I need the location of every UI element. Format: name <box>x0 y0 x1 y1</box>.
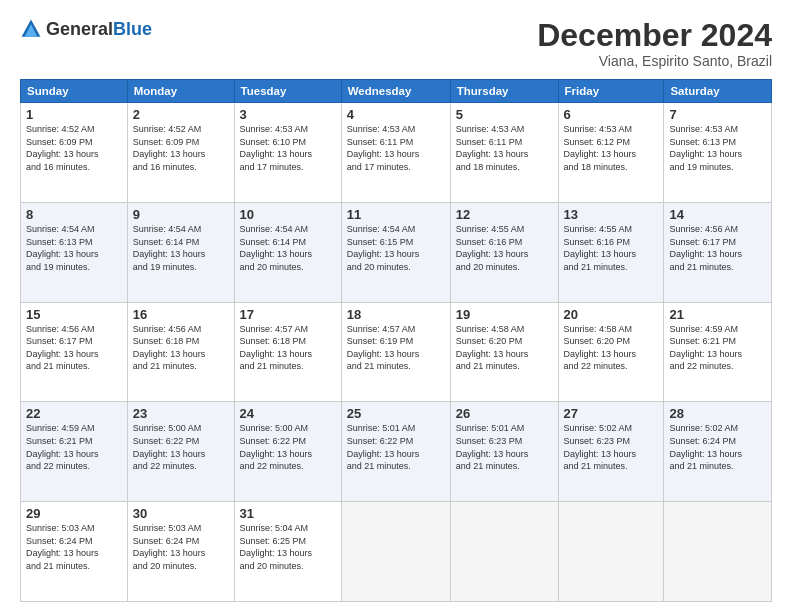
day-number: 1 <box>26 107 122 122</box>
day-number: 27 <box>564 406 659 421</box>
day-number: 24 <box>240 406 336 421</box>
table-row: 1Sunrise: 4:52 AM Sunset: 6:09 PM Daylig… <box>21 103 128 203</box>
day-info: Sunrise: 4:58 AM Sunset: 6:20 PM Dayligh… <box>564 323 659 373</box>
table-row: 17Sunrise: 4:57 AM Sunset: 6:18 PM Dayli… <box>234 302 341 402</box>
table-row: 10Sunrise: 4:54 AM Sunset: 6:14 PM Dayli… <box>234 202 341 302</box>
day-info: Sunrise: 4:55 AM Sunset: 6:16 PM Dayligh… <box>456 223 553 273</box>
day-number: 21 <box>669 307 766 322</box>
day-number: 31 <box>240 506 336 521</box>
table-row: 18Sunrise: 4:57 AM Sunset: 6:19 PM Dayli… <box>341 302 450 402</box>
day-info: Sunrise: 5:03 AM Sunset: 6:24 PM Dayligh… <box>133 522 229 572</box>
table-row: 27Sunrise: 5:02 AM Sunset: 6:23 PM Dayli… <box>558 402 664 502</box>
day-number: 18 <box>347 307 445 322</box>
month-title: December 2024 <box>537 18 772 53</box>
day-number: 23 <box>133 406 229 421</box>
day-number: 13 <box>564 207 659 222</box>
table-row: 19Sunrise: 4:58 AM Sunset: 6:20 PM Dayli… <box>450 302 558 402</box>
table-row <box>558 502 664 602</box>
day-info: Sunrise: 4:53 AM Sunset: 6:10 PM Dayligh… <box>240 123 336 173</box>
table-row: 7Sunrise: 4:53 AM Sunset: 6:13 PM Daylig… <box>664 103 772 203</box>
table-row: 23Sunrise: 5:00 AM Sunset: 6:22 PM Dayli… <box>127 402 234 502</box>
day-number: 20 <box>564 307 659 322</box>
table-row: 12Sunrise: 4:55 AM Sunset: 6:16 PM Dayli… <box>450 202 558 302</box>
table-row: 5Sunrise: 4:53 AM Sunset: 6:11 PM Daylig… <box>450 103 558 203</box>
day-number: 28 <box>669 406 766 421</box>
day-info: Sunrise: 4:53 AM Sunset: 6:13 PM Dayligh… <box>669 123 766 173</box>
col-wednesday: Wednesday <box>341 80 450 103</box>
header-row: Sunday Monday Tuesday Wednesday Thursday… <box>21 80 772 103</box>
table-row: 28Sunrise: 5:02 AM Sunset: 6:24 PM Dayli… <box>664 402 772 502</box>
table-row: 13Sunrise: 4:55 AM Sunset: 6:16 PM Dayli… <box>558 202 664 302</box>
day-info: Sunrise: 4:54 AM Sunset: 6:15 PM Dayligh… <box>347 223 445 273</box>
day-number: 7 <box>669 107 766 122</box>
location: Viana, Espirito Santo, Brazil <box>537 53 772 69</box>
col-monday: Monday <box>127 80 234 103</box>
calendar-table: Sunday Monday Tuesday Wednesday Thursday… <box>20 79 772 602</box>
table-row: 15Sunrise: 4:56 AM Sunset: 6:17 PM Dayli… <box>21 302 128 402</box>
day-number: 17 <box>240 307 336 322</box>
calendar-row: 29Sunrise: 5:03 AM Sunset: 6:24 PM Dayli… <box>21 502 772 602</box>
day-info: Sunrise: 4:57 AM Sunset: 6:18 PM Dayligh… <box>240 323 336 373</box>
calendar-row: 1Sunrise: 4:52 AM Sunset: 6:09 PM Daylig… <box>21 103 772 203</box>
day-number: 2 <box>133 107 229 122</box>
day-info: Sunrise: 5:01 AM Sunset: 6:22 PM Dayligh… <box>347 422 445 472</box>
day-number: 12 <box>456 207 553 222</box>
day-info: Sunrise: 4:55 AM Sunset: 6:16 PM Dayligh… <box>564 223 659 273</box>
table-row: 14Sunrise: 4:56 AM Sunset: 6:17 PM Dayli… <box>664 202 772 302</box>
table-row: 25Sunrise: 5:01 AM Sunset: 6:22 PM Dayli… <box>341 402 450 502</box>
table-row: 2Sunrise: 4:52 AM Sunset: 6:09 PM Daylig… <box>127 103 234 203</box>
table-row: 6Sunrise: 4:53 AM Sunset: 6:12 PM Daylig… <box>558 103 664 203</box>
table-row <box>450 502 558 602</box>
logo-general: General <box>46 19 113 39</box>
day-info: Sunrise: 4:54 AM Sunset: 6:14 PM Dayligh… <box>240 223 336 273</box>
table-row: 3Sunrise: 4:53 AM Sunset: 6:10 PM Daylig… <box>234 103 341 203</box>
day-number: 26 <box>456 406 553 421</box>
day-number: 16 <box>133 307 229 322</box>
logo-blue: Blue <box>113 19 152 39</box>
table-row: 30Sunrise: 5:03 AM Sunset: 6:24 PM Dayli… <box>127 502 234 602</box>
day-info: Sunrise: 5:03 AM Sunset: 6:24 PM Dayligh… <box>26 522 122 572</box>
table-row: 8Sunrise: 4:54 AM Sunset: 6:13 PM Daylig… <box>21 202 128 302</box>
day-info: Sunrise: 5:00 AM Sunset: 6:22 PM Dayligh… <box>133 422 229 472</box>
col-thursday: Thursday <box>450 80 558 103</box>
day-number: 6 <box>564 107 659 122</box>
day-info: Sunrise: 4:56 AM Sunset: 6:17 PM Dayligh… <box>26 323 122 373</box>
table-row: 9Sunrise: 4:54 AM Sunset: 6:14 PM Daylig… <box>127 202 234 302</box>
day-info: Sunrise: 4:54 AM Sunset: 6:13 PM Dayligh… <box>26 223 122 273</box>
table-row: 21Sunrise: 4:59 AM Sunset: 6:21 PM Dayli… <box>664 302 772 402</box>
day-number: 30 <box>133 506 229 521</box>
day-number: 9 <box>133 207 229 222</box>
day-info: Sunrise: 4:56 AM Sunset: 6:17 PM Dayligh… <box>669 223 766 273</box>
table-row <box>341 502 450 602</box>
table-row: 26Sunrise: 5:01 AM Sunset: 6:23 PM Dayli… <box>450 402 558 502</box>
day-number: 15 <box>26 307 122 322</box>
page-header: GeneralBlue December 2024 Viana, Espirit… <box>20 18 772 69</box>
table-row <box>664 502 772 602</box>
calendar-page: GeneralBlue December 2024 Viana, Espirit… <box>0 0 792 612</box>
table-row: 24Sunrise: 5:00 AM Sunset: 6:22 PM Dayli… <box>234 402 341 502</box>
calendar-row: 22Sunrise: 4:59 AM Sunset: 6:21 PM Dayli… <box>21 402 772 502</box>
day-number: 14 <box>669 207 766 222</box>
calendar-row: 8Sunrise: 4:54 AM Sunset: 6:13 PM Daylig… <box>21 202 772 302</box>
day-number: 29 <box>26 506 122 521</box>
calendar-row: 15Sunrise: 4:56 AM Sunset: 6:17 PM Dayli… <box>21 302 772 402</box>
table-row: 11Sunrise: 4:54 AM Sunset: 6:15 PM Dayli… <box>341 202 450 302</box>
title-area: December 2024 Viana, Espirito Santo, Bra… <box>537 18 772 69</box>
logo: GeneralBlue <box>20 18 152 40</box>
day-info: Sunrise: 4:58 AM Sunset: 6:20 PM Dayligh… <box>456 323 553 373</box>
table-row: 29Sunrise: 5:03 AM Sunset: 6:24 PM Dayli… <box>21 502 128 602</box>
day-number: 5 <box>456 107 553 122</box>
day-info: Sunrise: 4:52 AM Sunset: 6:09 PM Dayligh… <box>26 123 122 173</box>
day-number: 25 <box>347 406 445 421</box>
day-info: Sunrise: 4:59 AM Sunset: 6:21 PM Dayligh… <box>26 422 122 472</box>
day-info: Sunrise: 4:57 AM Sunset: 6:19 PM Dayligh… <box>347 323 445 373</box>
table-row: 16Sunrise: 4:56 AM Sunset: 6:18 PM Dayli… <box>127 302 234 402</box>
col-friday: Friday <box>558 80 664 103</box>
day-info: Sunrise: 5:02 AM Sunset: 6:24 PM Dayligh… <box>669 422 766 472</box>
table-row: 31Sunrise: 5:04 AM Sunset: 6:25 PM Dayli… <box>234 502 341 602</box>
day-info: Sunrise: 4:56 AM Sunset: 6:18 PM Dayligh… <box>133 323 229 373</box>
day-info: Sunrise: 5:01 AM Sunset: 6:23 PM Dayligh… <box>456 422 553 472</box>
day-info: Sunrise: 5:04 AM Sunset: 6:25 PM Dayligh… <box>240 522 336 572</box>
day-info: Sunrise: 4:59 AM Sunset: 6:21 PM Dayligh… <box>669 323 766 373</box>
day-info: Sunrise: 4:52 AM Sunset: 6:09 PM Dayligh… <box>133 123 229 173</box>
